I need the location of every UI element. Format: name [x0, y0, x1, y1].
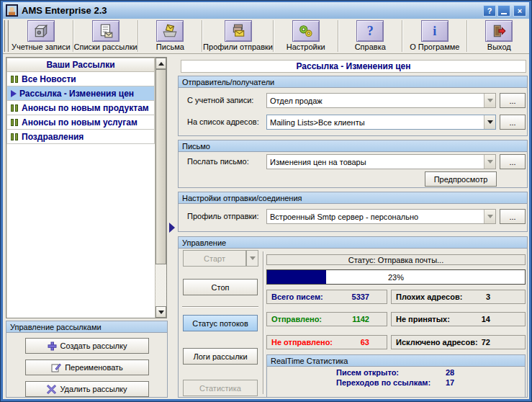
control-group: Управление Старт Стоп Статус потоков Лог… — [178, 236, 528, 398]
delete-x-icon — [47, 385, 56, 394]
realtime-label: Переходов по ссылкам: — [336, 378, 446, 387]
realtime-row: Писем открыто: 28 — [267, 368, 525, 377]
toolbar-button-help[interactable]: ? Справка — [339, 19, 402, 53]
manage-group-header: Управление рассылками — [6, 321, 167, 333]
list-item-selected[interactable]: Рассылка - Изменения цен — [6, 86, 155, 101]
mailings-list-header: Ваши Рассылки — [6, 58, 155, 72]
scroll-down-button[interactable] — [155, 306, 166, 318]
list-item[interactable]: Анонсы по новым услугам — [6, 115, 155, 130]
stat-label: Отправлено: — [271, 315, 322, 323]
statistics-button[interactable]: Статистика — [183, 380, 258, 396]
account-combobox[interactable]: Отдел продаж — [266, 93, 496, 108]
stat-not-sent: Не отправлено: 63 — [266, 335, 387, 349]
mailing-lists-icon — [92, 20, 120, 42]
pause-icon — [11, 133, 18, 140]
create-mailing-button[interactable]: Создать рассылку — [25, 338, 149, 354]
divider — [263, 251, 264, 394]
about-icon: i — [421, 20, 448, 42]
pause-icon — [11, 119, 18, 126]
play-icon — [11, 90, 17, 97]
thread-status-button[interactable]: Статус потоков — [183, 315, 258, 331]
realtime-header: RealTime Статистика — [267, 355, 525, 367]
chevron-down-icon — [484, 94, 495, 107]
list-item[interactable]: Все Новости — [6, 72, 155, 86]
toolbar-button-accounts[interactable]: Учетные записи — [9, 19, 73, 53]
toolbar-gripper[interactable] — [4, 20, 9, 52]
mailings-list: Все Новости Рассылка - Изменения цен Ано… — [6, 72, 155, 144]
stat-label: Не отправлено: — [271, 338, 333, 347]
close-button[interactable]: × — [513, 5, 526, 17]
stat-value: 63 — [361, 338, 369, 347]
account-value: Отдел продаж — [267, 97, 484, 105]
list-item-label: Все Новости — [22, 74, 76, 84]
vertical-scrollbar[interactable] — [155, 58, 166, 318]
letter-browse-button[interactable]: ... — [500, 154, 526, 169]
list-item[interactable]: Поздравления — [6, 130, 155, 144]
send-profile-browse-button[interactable]: ... — [500, 209, 526, 224]
address-list-value: Mailing Lists>Все клиенты — [267, 118, 484, 127]
toolbar-label: Учетные записи — [12, 43, 71, 51]
start-button[interactable]: Старт — [183, 250, 246, 267]
arrow-down-icon — [158, 311, 164, 314]
minimize-button[interactable] — [497, 5, 510, 17]
send-letter-label: Послать письмо: — [187, 157, 249, 166]
toolbar-label: Выход — [487, 43, 511, 51]
send-settings-header: Настройки отправки/соединения — [179, 192, 527, 204]
scroll-up-button[interactable] — [155, 58, 166, 69]
account-label: С учетной записи: — [187, 96, 253, 104]
start-options-button[interactable] — [246, 250, 258, 267]
stat-label: Плохих адресов: — [396, 292, 462, 301]
toolbar-label: Настройки — [287, 43, 325, 51]
toolbar-label: Профили отправки — [203, 43, 273, 51]
help-icon: ? — [356, 20, 384, 42]
account-browse-button[interactable]: ... — [500, 93, 526, 108]
scroll-thumb[interactable] — [155, 69, 166, 264]
create-mailing-label: Создать рассылку — [60, 341, 127, 350]
splitter-collapse-arrow-icon[interactable] — [169, 223, 175, 233]
preview-button[interactable]: Предпросмотр — [425, 171, 497, 187]
letter-group: Письмо Послать письмо: Изменения цен на … — [178, 140, 528, 188]
list-item-label: Поздравления — [22, 132, 84, 142]
send-settings-group: Настройки отправки/соединения Профиль от… — [178, 192, 528, 232]
list-item[interactable]: Анонсы по новым продуктам — [6, 101, 155, 115]
stat-not-accepted: Не принятых: 14 — [391, 312, 526, 326]
pause-icon — [11, 104, 18, 112]
list-item-label: Анонсы по новым продуктам — [22, 103, 149, 113]
stop-button[interactable]: Стоп — [183, 279, 258, 295]
app-window: AMS Enterprise 2.3 ? × Учетные записи — [0, 0, 532, 402]
toolbar-button-mailing-lists[interactable]: Списки рассылки — [74, 19, 137, 53]
address-list-combobox[interactable]: Mailing Lists>Все клиенты — [266, 115, 496, 130]
arrow-up-icon — [158, 62, 164, 66]
send-profile-combobox[interactable]: Встроенный Smtp сервер - персонально — [266, 209, 496, 224]
stat-bad-addresses: Плохих адресов: 3 — [391, 290, 526, 304]
toolbar-button-letters[interactable]: Письма — [139, 19, 202, 53]
address-list-browse-button[interactable]: ... — [500, 115, 526, 130]
stat-value: 14 — [482, 315, 490, 323]
main-toolbar: Учетные записи Списки рассылки — [3, 19, 529, 54]
status-text: Статус: Отправка почты... — [266, 254, 526, 265]
toolbar-button-send-profiles[interactable]: Профили отправки — [203, 19, 273, 53]
mailing-logs-button[interactable]: Логи рассылки — [183, 348, 258, 365]
delete-mailing-label: Удалить рассылку — [60, 385, 127, 393]
divider — [182, 306, 258, 308]
pause-icon — [11, 76, 18, 83]
window-body: Учетные записи Списки рассылки — [3, 19, 529, 399]
chevron-down-icon — [484, 155, 495, 169]
exit-icon — [485, 20, 513, 42]
rename-mailing-label: Переименовать — [65, 363, 123, 372]
title-bar[interactable]: AMS Enterprise 2.3 ? × — [3, 2, 529, 19]
stat-label: Не принятых: — [396, 315, 450, 323]
close-icon: × — [518, 6, 522, 15]
chevron-down-icon — [250, 256, 256, 260]
toolbar-button-about[interactable]: i О Программе — [403, 19, 466, 53]
stat-excluded: Исключено адресов: 72 — [391, 335, 526, 349]
toolbar-label: Письма — [156, 43, 184, 51]
help-titlebar-button[interactable]: ? — [483, 5, 496, 17]
rename-mailing-button[interactable]: Переименовать — [25, 359, 149, 375]
letter-combobox[interactable]: Изменения цен на товары — [266, 154, 496, 169]
delete-mailing-button[interactable]: Удалить рассылку — [25, 381, 149, 397]
toolbar-button-exit[interactable]: Выход — [468, 19, 529, 53]
toolbar-button-settings[interactable]: Настройки — [274, 19, 338, 53]
address-list-label: На список адресов: — [187, 117, 259, 126]
sender-group-header: Отправитель/получатели — [179, 76, 527, 88]
